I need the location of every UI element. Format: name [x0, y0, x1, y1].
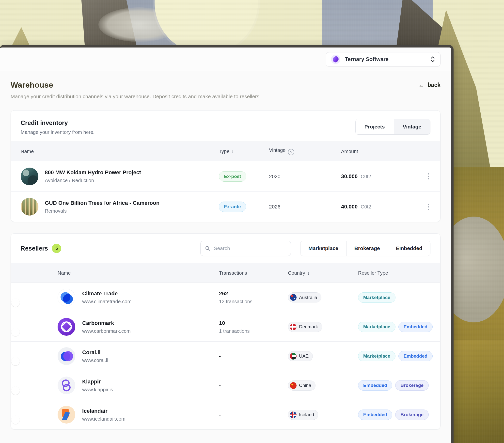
icelandair-logo — [58, 406, 75, 424]
view-toggle-group: Projects Vintage — [355, 119, 431, 135]
sort-down-icon: ↓ — [307, 270, 310, 276]
denmark-flag-icon — [290, 324, 297, 330]
vintage-value: 2020 — [269, 173, 341, 179]
transactions-sub: 12 transactions — [219, 299, 288, 304]
credit-inventory-card: Credit inventory Manage your inventory f… — [11, 110, 441, 222]
amount-value: 40.000 — [341, 203, 358, 210]
type-badge-brokerage: Brokerage — [395, 409, 429, 420]
china-flag-icon — [290, 382, 297, 389]
filter-brokerage-button[interactable]: Brokerage — [346, 241, 388, 256]
carbonmark-logo — [58, 318, 75, 336]
reseller-url: www.coral.li — [82, 358, 108, 363]
search-icon — [205, 245, 210, 251]
reseller-row-coral-li[interactable]: Coral.li www.coral.li - UAE Marketplace … — [11, 341, 440, 371]
transactions-count: - — [219, 353, 288, 359]
reseller-name: Icelandair — [82, 408, 126, 414]
col-header-reseller-type: Reseller Type — [358, 270, 431, 276]
climate-trade-logo — [58, 289, 75, 306]
top-bar: Ternary Software — [0, 48, 451, 71]
back-arrow-icon: ← — [418, 82, 425, 88]
credit-row-gud-trees[interactable]: GUD One Billion Trees for Africa - Camer… — [11, 191, 440, 222]
type-badge-expost: Ex-post — [219, 171, 246, 182]
country-pill: China — [288, 381, 315, 390]
reseller-row-klappir[interactable]: Klappir www.klappir.is - China Embedded … — [11, 371, 440, 400]
reseller-name: Klappir — [82, 379, 113, 385]
filter-embedded-button[interactable]: Embedded — [388, 241, 430, 256]
chevron-up-down-icon — [430, 56, 435, 62]
col-header-amount: Amount — [341, 149, 422, 154]
page-subtitle: Manage your credit distribution channels… — [11, 93, 441, 99]
page-title: Warehouse — [11, 80, 53, 90]
resellers-card: Resellers 5 Marketplace Brokerage Embedd… — [11, 233, 441, 429]
type-badge-marketplace: Marketplace — [358, 292, 396, 303]
reseller-name: Climate Trade — [82, 290, 131, 297]
reseller-url: www.klappir.is — [82, 387, 113, 392]
reseller-row-carbonmark[interactable]: Carbonmark www.carbonmark.com 10 1 trans… — [11, 312, 440, 341]
col-header-transactions: Transactions — [219, 270, 288, 276]
help-icon[interactable]: ? — [288, 149, 294, 155]
country-pill: UAE — [288, 351, 313, 361]
country-pill: Iceland — [288, 410, 318, 420]
project-category: Removals — [45, 208, 160, 214]
type-badge-embedded: Embedded — [358, 380, 392, 390]
back-label: back — [428, 82, 441, 88]
klappir-logo — [58, 377, 75, 394]
resellers-header: Resellers 5 Marketplace Brokerage Embedd… — [11, 234, 440, 263]
project-category: Avoidance / Reduction — [45, 178, 141, 183]
amount-unit: C0t2 — [361, 204, 371, 209]
credit-inventory-header: Credit inventory Manage your inventory f… — [11, 111, 440, 142]
credit-row-koldam[interactable]: 800 MW Koldam Hydro Power Project Avoida… — [11, 161, 440, 191]
project-thumbnail — [21, 167, 38, 185]
project-name: GUD One Billion Trees for Africa - Camer… — [45, 200, 160, 206]
type-badge-marketplace: Marketplace — [358, 351, 396, 361]
transactions-sub: 1 transactions — [219, 328, 288, 334]
col-header-country[interactable]: Country↓ — [288, 270, 358, 276]
reseller-row-icelandair[interactable]: Icelandair www.icelandair.com - Iceland … — [11, 400, 440, 429]
col-header-vintage: Vintage? — [269, 148, 341, 155]
workspace-name: Ternary Software — [345, 56, 426, 62]
reseller-row-climate-trade[interactable]: Climate Trade www.climatetrade.com 262 1… — [11, 283, 440, 312]
transactions-count: 10 — [219, 320, 288, 326]
reseller-name: Coral.li — [82, 349, 108, 356]
resellers-count-badge: 5 — [52, 244, 61, 253]
type-badge-embedded: Embedded — [358, 409, 392, 420]
amount-unit: C0t2 — [361, 174, 371, 179]
page-header: Warehouse ← back — [11, 80, 441, 90]
country-pill: Denmark — [288, 322, 322, 332]
coral-li-logo — [58, 347, 75, 365]
vintage-value: 2026 — [269, 204, 341, 210]
main-content: Warehouse ← back Manage your credit dist… — [0, 71, 451, 429]
workspace-switcher[interactable]: Ternary Software — [326, 52, 441, 66]
country-pill: Australia — [288, 292, 321, 302]
transactions-count: 262 — [219, 290, 288, 297]
type-badge-exante: Ex-ante — [219, 202, 246, 212]
type-badge-embedded: Embedded — [398, 351, 433, 361]
tab-projects[interactable]: Projects — [356, 119, 394, 134]
transactions-count: - — [219, 411, 288, 418]
reseller-url: www.climatetrade.com — [82, 299, 131, 304]
col-header-name: Name — [58, 270, 219, 276]
type-badge-brokerage: Brokerage — [395, 380, 429, 390]
credit-table-header: Name Type↓ Vintage? Amount — [11, 142, 440, 161]
resellers-table-header: Name Transactions Country↓ Reseller Type — [11, 263, 440, 283]
col-header-name: Name — [21, 149, 219, 154]
col-header-type[interactable]: Type↓ — [219, 149, 269, 154]
filter-marketplace-button[interactable]: Marketplace — [301, 241, 346, 256]
reseller-url: www.icelandair.com — [82, 416, 126, 422]
reseller-type-filter-group: Marketplace Brokerage Embedded — [300, 241, 431, 256]
project-thumbnail — [21, 198, 38, 216]
kebab-menu-icon[interactable] — [426, 202, 431, 211]
tab-vintage[interactable]: Vintage — [394, 119, 430, 134]
kebab-menu-icon[interactable] — [426, 172, 431, 181]
uae-flag-icon — [290, 353, 297, 360]
back-button[interactable]: ← back — [418, 82, 441, 88]
project-name: 800 MW Koldam Hydro Power Project — [45, 169, 141, 176]
reseller-url: www.carbonmark.com — [82, 328, 131, 334]
app-window: Ternary Software Warehouse ← back Manage… — [0, 45, 453, 443]
search-box[interactable] — [200, 241, 291, 256]
transactions-count: - — [219, 382, 288, 388]
workspace-logo-icon — [331, 55, 340, 64]
iceland-flag-icon — [290, 411, 297, 418]
search-input[interactable] — [214, 245, 286, 251]
amount-value: 30.000 — [341, 173, 358, 179]
